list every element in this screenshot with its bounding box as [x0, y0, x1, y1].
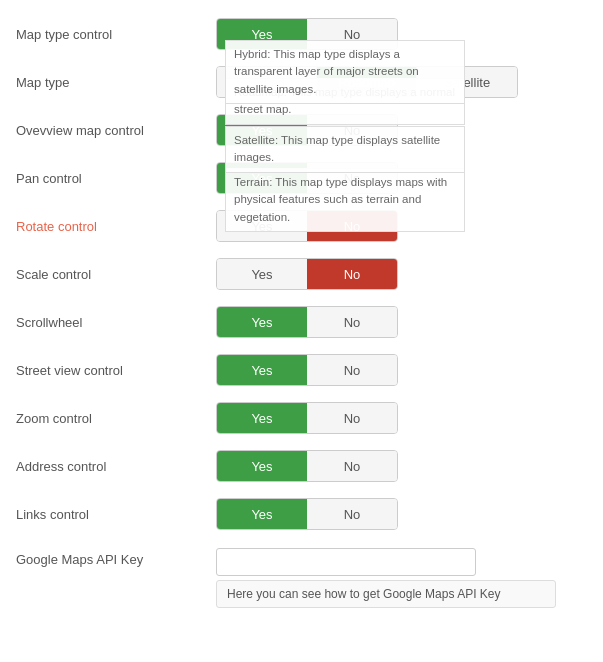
street-view-control-row: Street view control Yes No — [0, 346, 603, 394]
api-key-col: Here you can see how to get Google Maps … — [216, 548, 556, 608]
address-control-label: Address control — [16, 459, 216, 474]
overview-map-tooltip: Satellite: This map type displays satell… — [225, 126, 465, 173]
pan-control-label: Pan control — [16, 171, 216, 186]
zoom-control-yes-btn[interactable]: Yes — [217, 403, 307, 433]
api-key-row: Google Maps API Key Here you can see how… — [0, 538, 603, 616]
links-control-yes-btn[interactable]: Yes — [217, 499, 307, 529]
scrollwheel-label: Scrollwheel — [16, 315, 216, 330]
links-control-toggle[interactable]: Yes No — [216, 498, 398, 530]
api-key-label: Google Maps API Key — [16, 548, 216, 567]
address-control-toggle[interactable]: Yes No — [216, 450, 398, 482]
zoom-control-label: Zoom control — [16, 411, 216, 426]
overview-map-control-label: Ovevview map control — [16, 123, 216, 138]
api-key-input[interactable] — [216, 548, 476, 576]
scrollwheel-row: Scrollwheel Yes No — [0, 298, 603, 346]
api-key-hint: Here you can see how to get Google Maps … — [216, 580, 556, 608]
address-control-row: Address control Yes No — [0, 442, 603, 490]
street-view-control-label: Street view control — [16, 363, 216, 378]
street-view-control-toggle[interactable]: Yes No — [216, 354, 398, 386]
links-control-label: Links control — [16, 507, 216, 522]
map-type-control-row: Map type control Yes No Hybrid: This map… — [0, 10, 603, 58]
scale-control-toggle[interactable]: Yes No — [216, 258, 398, 290]
zoom-control-toggle[interactable]: Yes No — [216, 402, 398, 434]
zoom-control-no-btn[interactable]: No — [307, 403, 397, 433]
address-control-no-btn[interactable]: No — [307, 451, 397, 481]
zoom-control-row: Zoom control Yes No — [0, 394, 603, 442]
map-type-label: Map type — [16, 75, 216, 90]
scale-control-no-btn[interactable]: No — [307, 259, 397, 289]
scrollwheel-no-btn[interactable]: No — [307, 307, 397, 337]
scale-control-yes-btn[interactable]: Yes — [217, 259, 307, 289]
scale-control-row: Scale control Yes No — [0, 250, 603, 298]
links-control-row: Links control Yes No — [0, 490, 603, 538]
map-type-control-label: Map type control — [16, 27, 216, 42]
links-control-no-btn[interactable]: No — [307, 499, 397, 529]
address-control-yes-btn[interactable]: Yes — [217, 451, 307, 481]
rotate-control-label: Rotate control — [16, 219, 216, 234]
map-type-control-tooltip: Hybrid: This map type displays a transpa… — [225, 40, 465, 104]
street-view-control-no-btn[interactable]: No — [307, 355, 397, 385]
street-view-control-yes-btn[interactable]: Yes — [217, 355, 307, 385]
scrollwheel-toggle[interactable]: Yes No — [216, 306, 398, 338]
scale-control-label: Scale control — [16, 267, 216, 282]
pan-control-tooltip: Terrain: This map type displays maps wit… — [225, 168, 465, 232]
scrollwheel-yes-btn[interactable]: Yes — [217, 307, 307, 337]
